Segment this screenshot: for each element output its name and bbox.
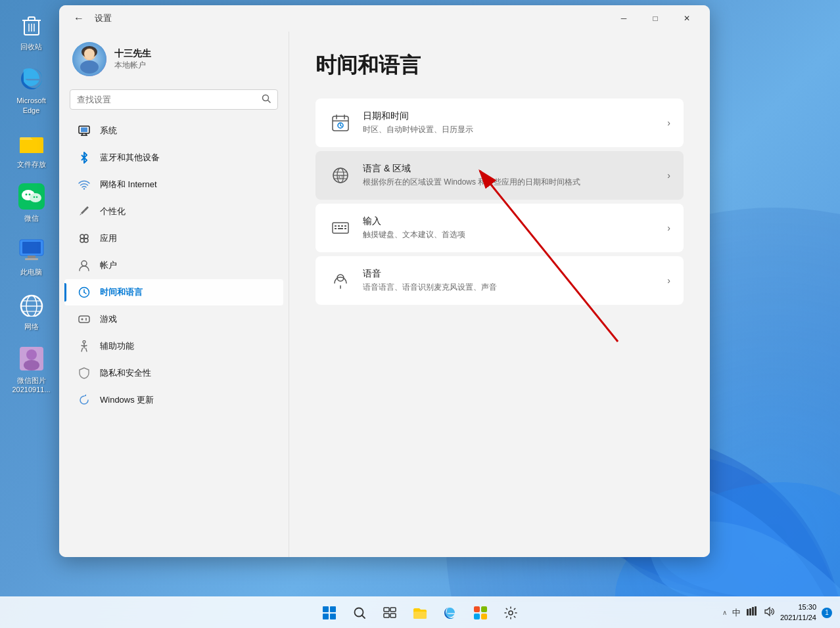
taskbar-clock[interactable]: 15:30 2021/11/24 — [780, 602, 816, 623]
input-text: 输入 触摸键盘、文本建议、首选项 — [363, 215, 657, 240]
time-language-icon — [78, 286, 91, 299]
desktop-icon-recycle-bin[interactable]: 回收站 — [7, 7, 56, 55]
accounts-label: 帐户 — [100, 259, 117, 271]
svg-rect-82 — [323, 614, 329, 619]
start-button[interactable] — [316, 600, 342, 626]
sidebar-item-windows-update[interactable]: Windows 更新 — [64, 387, 283, 413]
maximize-button[interactable]: □ — [640, 8, 670, 29]
taskbar-explorer-button[interactable] — [407, 600, 433, 626]
sidebar-item-gaming[interactable]: 游戏 — [64, 306, 283, 332]
card-speech[interactable]: 语音 语音语言、语音识别麦克风设置、声音 › — [315, 256, 684, 305]
notification-badge[interactable]: 1 — [822, 608, 832, 618]
windows-update-label: Windows 更新 — [100, 394, 154, 406]
wechat-img-icon — [17, 344, 46, 373]
card-language-item: AT 语言 & 区域 根据你所在的区域设置 Windows 和某些应用的日期和时… — [315, 151, 684, 200]
taskbar-store-button[interactable] — [467, 600, 494, 626]
taskbar-taskview-button[interactable] — [377, 600, 403, 626]
time-language-label: 时间和语言 — [100, 286, 143, 298]
sidebar-nav: 系统 蓝牙和其他设备 — [59, 118, 289, 413]
files-icon — [17, 128, 46, 157]
this-pc-label: 此电脑 — [20, 267, 42, 277]
back-button[interactable]: ← — [70, 9, 88, 28]
network-tray-icon[interactable] — [746, 606, 758, 619]
privacy-icon — [78, 367, 91, 380]
sidebar-item-accounts[interactable]: 帐户 — [64, 252, 283, 279]
volume-tray-icon[interactable] — [763, 606, 775, 620]
svg-point-40 — [83, 188, 85, 189]
svg-rect-92 — [481, 606, 487, 612]
sidebar-item-bluetooth[interactable]: 蓝牙和其他设备 — [64, 145, 283, 171]
svg-rect-71 — [338, 225, 340, 227]
datetime-subtitle: 时区、自动时钟设置、日历显示 — [363, 124, 657, 135]
svg-rect-91 — [474, 606, 480, 612]
svg-point-32 — [84, 49, 95, 59]
personalization-icon — [78, 205, 91, 218]
card-datetime-item: 日期和时间 时区、自动时钟设置、日历显示 › — [315, 99, 684, 147]
desktop-icon-network[interactable]: 网络 — [7, 286, 56, 335]
desktop-icon-this-pc[interactable]: 此电脑 — [7, 232, 56, 280]
taskbar-search-button[interactable] — [346, 600, 373, 626]
desktop-icon-wechat[interactable]: 微信 — [7, 178, 56, 227]
svg-point-44 — [80, 238, 84, 242]
user-name: 十三先生 — [114, 48, 151, 60]
window-title: 设置 — [95, 12, 112, 24]
card-language-region[interactable]: AT 语言 & 区域 根据你所在的区域设置 Windows 和某些应用的日期和时… — [315, 151, 684, 200]
svg-rect-70 — [335, 225, 337, 227]
sidebar-item-system[interactable]: 系统 — [64, 118, 283, 144]
desktop-icon-edge[interactable]: MicrosoftEdge — [7, 60, 56, 119]
clock-time: 15:30 — [780, 602, 816, 612]
gaming-icon — [78, 313, 91, 326]
close-button[interactable]: ✕ — [672, 8, 702, 29]
sidebar-item-personalization[interactable]: 个性化 — [64, 198, 283, 225]
privacy-label: 隐私和安全性 — [100, 367, 151, 379]
windows-update-icon — [78, 393, 91, 407]
sidebar-item-time-language[interactable]: 时间和语言 — [64, 279, 283, 305]
svg-rect-18 — [25, 258, 38, 260]
taskbar-edge-button[interactable] — [437, 600, 463, 626]
card-datetime[interactable]: 日期和时间 时区、自动时钟设置、日历显示 › — [315, 99, 684, 147]
svg-rect-7 — [20, 140, 43, 153]
input-icon — [329, 216, 352, 240]
desktop: 回收站 MicrosoftEdge — [0, 0, 840, 628]
system-label: 系统 — [100, 125, 117, 137]
taskbar-settings-button[interactable] — [498, 600, 524, 626]
user-account-type: 本地帐户 — [114, 60, 151, 71]
desktop-icon-wechat-img[interactable]: 微信图片20210911... — [7, 340, 56, 399]
sidebar-item-network[interactable]: 网络和 Internet — [64, 171, 283, 198]
search-box[interactable] — [70, 89, 278, 110]
language-title: 语言 & 区域 — [363, 163, 657, 175]
svg-rect-94 — [481, 614, 487, 619]
sidebar-item-accessibility[interactable]: 辅助功能 — [64, 333, 283, 359]
svg-rect-87 — [390, 608, 396, 612]
system-tray[interactable]: ∧ — [722, 609, 727, 616]
user-profile[interactable]: 十三先生 本地帐户 — [59, 32, 289, 89]
svg-rect-99 — [755, 606, 757, 616]
ime-indicator[interactable]: 中 — [732, 607, 741, 619]
speech-arrow: › — [667, 275, 670, 286]
svg-rect-83 — [330, 614, 336, 619]
sidebar-item-apps[interactable]: 应用 — [64, 225, 283, 252]
edge-label: MicrosoftEdge — [16, 96, 46, 115]
datetime-title: 日期和时间 — [363, 110, 657, 122]
system-icon — [78, 124, 91, 137]
card-speech-item: 语音 语音语言、语音识别麦克风设置、声音 › — [315, 256, 684, 305]
svg-line-85 — [362, 615, 365, 618]
svg-point-13 — [33, 196, 35, 198]
language-icon: AT — [329, 164, 352, 187]
svg-rect-50 — [79, 316, 89, 323]
svg-rect-88 — [384, 614, 389, 617]
taskbar-right: ∧ 中 15:30 20 — [722, 602, 832, 623]
sidebar-item-privacy[interactable]: 隐私和安全性 — [64, 360, 283, 386]
svg-rect-72 — [341, 225, 343, 227]
gaming-label: 游戏 — [100, 313, 117, 325]
card-input[interactable]: 输入 触摸键盘、文本建议、首选项 › — [315, 204, 684, 252]
window-controls: ─ □ ✕ — [609, 8, 702, 29]
svg-rect-73 — [344, 225, 346, 227]
minimize-button[interactable]: ─ — [609, 8, 639, 29]
svg-rect-96 — [747, 609, 749, 616]
desktop-icon-files[interactable]: 文件存放 — [7, 124, 56, 173]
window-content: 十三先生 本地帐户 — [59, 32, 710, 557]
user-info: 十三先生 本地帐户 — [114, 48, 151, 71]
search-input[interactable] — [77, 95, 256, 104]
svg-rect-76 — [344, 228, 346, 229]
